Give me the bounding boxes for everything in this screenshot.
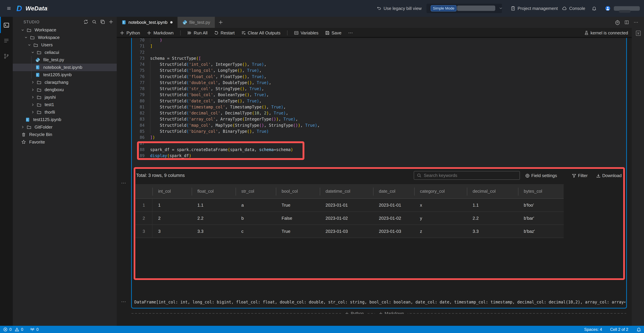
code-line-83[interactable]: 83 StructField('array_col', ArrayType(In… (132, 116, 626, 122)
tree-item-users[interactable]: Users (13, 41, 117, 49)
chevron-down-icon[interactable] (27, 43, 32, 47)
code-line-84[interactable]: 84 StructField('map_col', MapType(String… (132, 122, 626, 129)
toolbar-button-markdown[interactable]: Markdown (146, 30, 174, 36)
source-control-icon[interactable] (0, 50, 13, 62)
code-line-76[interactable]: 76 StructField('float_col', FloatType(),… (132, 74, 626, 80)
collapse-panel-icon[interactable] (636, 31, 641, 36)
code-line-79[interactable]: 79 StructField('bool_col', BooleanType()… (132, 92, 626, 98)
code-line-86[interactable]: 86]) (132, 134, 626, 141)
code-line-80[interactable]: 80 StructField('date_col', DateType(), T… (132, 98, 626, 104)
warnings-icon[interactable] (14, 327, 19, 332)
notifications-bell-icon[interactable] (592, 0, 597, 17)
wedata-ide: D WeData Use legacy bill view Simple Mod… (0, 0, 644, 333)
tree-item-label: Recycle Bin (29, 132, 52, 137)
code-line-75[interactable]: 75 StructField('long_col', LongType(), T… (132, 68, 626, 74)
toolbar-button-python[interactable]: Python (120, 30, 140, 36)
tree-item-workspace[interactable]: Workspace (13, 34, 117, 41)
tree-item-test1[interactable]: test1 (13, 101, 117, 108)
hamburger-menu-icon[interactable] (6, 0, 12, 17)
code-line-73[interactable]: 73schema = StructType([ (132, 55, 626, 62)
activity-bar (0, 17, 13, 326)
indent-guide-seg1 (150, 38, 150, 43)
legacy-bill-view-link[interactable]: Use legacy bill view (376, 0, 422, 17)
tree-item-jayshi[interactable]: jayshi (13, 94, 117, 101)
errors-icon[interactable] (3, 327, 8, 332)
toolbar-divider (180, 30, 180, 36)
file-explorer-sidebar: STUDIO WorkspaceWorkspaceUsersceliacuifi… (13, 17, 117, 326)
trash-icon (21, 132, 26, 137)
brand-title: WeData (26, 0, 48, 17)
project-name-redacted (457, 6, 495, 11)
tab-notebook-test[interactable]: notebook_test.ipynb (117, 17, 177, 28)
search-icon[interactable] (92, 19, 97, 25)
output-gutter-dots-2[interactable]: ⋯ (121, 298, 131, 304)
collapse-folders-icon[interactable] (100, 19, 105, 25)
sidebar-title: STUDIO (24, 20, 40, 24)
tree-item-test1125-ipynb[interactable]: test1125.ipynb (13, 116, 117, 123)
variables-icon (294, 30, 299, 36)
tree-item-workspace[interactable]: Workspace (13, 26, 117, 34)
toolbar-button-more[interactable] (348, 30, 353, 36)
code-line-74[interactable]: 74 StructField('int_col', IntegerType(),… (132, 62, 626, 68)
tab-file-test[interactable]: file_test.py (178, 17, 215, 28)
outline-view-icon[interactable] (0, 35, 13, 47)
toolbar-button-clear-all-outputs[interactable]: Clear All Outputs (241, 30, 280, 36)
new-tab-button[interactable] (215, 17, 226, 28)
chevron-right-icon[interactable] (20, 125, 25, 129)
tree-item-celiacui[interactable]: celiacui (13, 49, 117, 56)
folder-icon (36, 50, 42, 55)
chevron-right-icon[interactable] (30, 88, 35, 92)
code-line-72[interactable]: 72 (132, 49, 626, 56)
folder-icon (33, 43, 38, 48)
tree-item-thorlli[interactable]: thorlli (13, 108, 117, 116)
code-line-81[interactable]: 81 StructField('timestamp_col', Timestam… (132, 104, 626, 110)
toolbar-button-run-all[interactable]: Run All (187, 30, 208, 36)
mode-project-dropdown[interactable]: Simple Mode (426, 4, 502, 13)
tree-item-claraqzhang[interactable]: claraqzhang (13, 79, 117, 86)
terminal-view-icon[interactable] (0, 19, 13, 31)
toolbar-button-save[interactable]: Save (325, 30, 342, 36)
tree-item-dengboxu[interactable]: dengboxu (13, 86, 117, 94)
tree-item-favorite[interactable]: Favorite (13, 138, 117, 146)
output-gutter-dots-1[interactable]: ⋯ (121, 180, 131, 186)
chevron-down-icon (498, 6, 503, 11)
chevron-right-icon[interactable] (30, 80, 35, 84)
plus-icon (146, 30, 152, 36)
tree-item-recycle-bin[interactable]: Recycle Bin (13, 131, 117, 138)
code-line-71[interactable]: 71] (132, 43, 626, 49)
code-line-77[interactable]: 77 StructField('double_col', DoubleType(… (132, 80, 626, 86)
user-avatar[interactable] (606, 6, 610, 11)
console-link[interactable]: Console (562, 0, 585, 17)
tree-item-test1205-ipynb[interactable]: test1205.ipynb (13, 71, 117, 79)
warnings-count: 0 (21, 327, 23, 332)
ports-icon[interactable] (30, 327, 35, 332)
more-actions-icon[interactable] (633, 20, 639, 25)
statusbar-bell-icon[interactable] (636, 327, 641, 332)
add-cell-markdown-button[interactable]: Markdown (375, 309, 408, 314)
tree-item-notebook-test-ipynb[interactable]: notebook_test.ipynb (13, 64, 117, 71)
line-number: 85 (132, 128, 144, 135)
settings-gear-icon[interactable] (615, 20, 620, 25)
add-cell-python-button[interactable]: Python (341, 309, 368, 314)
code-line-85[interactable]: 85 StructField('binary_col', BinaryType(… (132, 128, 626, 135)
line-number: 71 (132, 43, 144, 49)
toolbar-button-restart[interactable]: Restart (214, 30, 234, 36)
project-management-link[interactable]: Project management (510, 0, 558, 17)
refresh-icon[interactable] (83, 19, 88, 25)
toolbar-button-variables[interactable]: Variables (294, 30, 318, 36)
code-line-82[interactable]: 82 StructField('decimal_col', DecimalTyp… (132, 110, 626, 116)
code-line-70[interactable]: 70 ) (132, 38, 626, 43)
chevron-right-icon[interactable] (30, 110, 35, 114)
chevron-down-icon[interactable] (24, 35, 28, 40)
new-file-icon[interactable] (108, 19, 114, 25)
chevron-down-icon[interactable] (20, 28, 25, 32)
split-editor-icon[interactable] (624, 20, 629, 25)
chevron-down-icon[interactable] (30, 50, 35, 55)
tree-item-gitfolder[interactable]: GitFolder (13, 123, 117, 131)
chevron-right-icon[interactable] (30, 95, 35, 99)
code-line-78[interactable]: 78 StructField('str_col', StringType(), … (132, 86, 626, 92)
spaces-indicator[interactable]: Spaces: 4 (584, 327, 602, 332)
tree-item-file-test-py[interactable]: file_test.py (13, 56, 117, 64)
plus-icon (120, 30, 125, 36)
chevron-right-icon[interactable] (30, 103, 35, 107)
